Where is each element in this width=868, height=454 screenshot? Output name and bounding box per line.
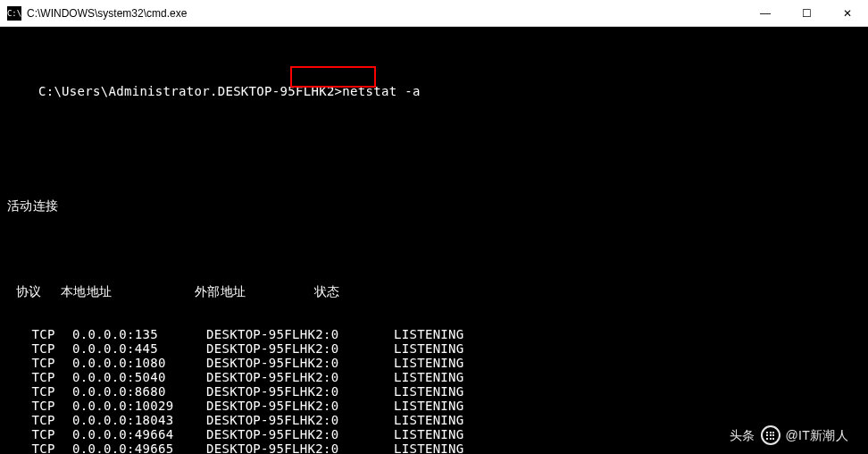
- table-row: TCP0.0.0.0:5040DESKTOP-95FLHK2:0LISTENIN…: [7, 370, 861, 384]
- watermark-logo-icon: [761, 425, 780, 445]
- table-row: TCP0.0.0.0:10029DESKTOP-95FLHK2:0LISTENI…: [7, 399, 861, 413]
- cell-proto: TCP: [7, 384, 41, 399]
- cell-local: 0.0.0.0:5040: [41, 370, 206, 384]
- table-row: TCP0.0.0.0:445DESKTOP-95FLHK2:0LISTENING: [7, 341, 861, 356]
- hdr-proto: 协议: [7, 284, 61, 298]
- cell-proto: TCP: [7, 356, 41, 370]
- cell-foreign: DESKTOP-95FLHK2:0: [206, 441, 394, 454]
- cell-local: 0.0.0.0:49664: [41, 427, 206, 441]
- cell-local: 0.0.0.0:10029: [41, 399, 206, 413]
- minimize-button[interactable]: —: [745, 0, 786, 27]
- hdr-state: 状态: [314, 284, 861, 298]
- cell-local: 0.0.0.0:445: [41, 341, 206, 356]
- cell-proto: TCP: [7, 327, 41, 341]
- watermark-site: 头条: [730, 428, 755, 442]
- command-text: netstat -a: [342, 84, 420, 98]
- cell-foreign: DESKTOP-95FLHK2:0: [206, 327, 394, 341]
- cell-proto: TCP: [7, 370, 41, 384]
- cell-proto: TCP: [7, 399, 41, 413]
- table-header: 协议 本地地址 外部地址 状态: [7, 284, 861, 298]
- maximize-button[interactable]: ☐: [786, 0, 827, 27]
- cell-foreign: DESKTOP-95FLHK2:0: [206, 413, 394, 427]
- table-row: TCP0.0.0.0:1080DESKTOP-95FLHK2:0LISTENIN…: [7, 356, 861, 370]
- cell-local: 0.0.0.0:8680: [41, 384, 206, 399]
- close-button[interactable]: ✕: [827, 0, 868, 27]
- watermark: 头条 @IT新潮人: [730, 425, 848, 445]
- cell-foreign: DESKTOP-95FLHK2:0: [206, 356, 394, 370]
- cell-local: 0.0.0.0:18043: [41, 413, 206, 427]
- cell-foreign: DESKTOP-95FLHK2:0: [206, 384, 394, 399]
- cell-state: LISTENING: [394, 384, 861, 399]
- cell-local: 0.0.0.0:49665: [41, 441, 206, 454]
- prompt-line: C:\Users\Administrator.DESKTOP-95FLHK2>n…: [7, 70, 861, 127]
- cell-proto: TCP: [7, 427, 41, 441]
- window-titlebar: C:\ C:\WINDOWS\system32\cmd.exe — ☐ ✕: [0, 0, 868, 27]
- console-area[interactable]: C:\Users\Administrator.DESKTOP-95FLHK2>n…: [0, 27, 868, 454]
- hdr-foreign: 外部地址: [195, 284, 314, 298]
- cell-foreign: DESKTOP-95FLHK2:0: [206, 427, 394, 441]
- cell-state: LISTENING: [394, 327, 861, 341]
- hdr-local: 本地地址: [61, 284, 195, 298]
- title-left: C:\ C:\WINDOWS\system32\cmd.exe: [0, 6, 187, 21]
- cell-state: LISTENING: [394, 356, 861, 370]
- watermark-author: @IT新潮人: [786, 428, 848, 442]
- cell-local: 0.0.0.0:1080: [41, 356, 206, 370]
- table-row: TCP0.0.0.0:135DESKTOP-95FLHK2:0LISTENING: [7, 327, 861, 341]
- section-title: 活动连接: [7, 198, 861, 213]
- window-controls: — ☐ ✕: [745, 0, 868, 27]
- cell-foreign: DESKTOP-95FLHK2:0: [206, 399, 394, 413]
- cell-proto: TCP: [7, 341, 41, 356]
- cell-state: LISTENING: [394, 370, 861, 384]
- table-row: TCP0.0.0.0:8680DESKTOP-95FLHK2:0LISTENIN…: [7, 384, 861, 399]
- window-title: C:\WINDOWS\system32\cmd.exe: [27, 7, 187, 20]
- cell-state: LISTENING: [394, 399, 861, 413]
- cell-proto: TCP: [7, 413, 41, 427]
- cell-state: LISTENING: [394, 341, 861, 356]
- prompt-text: C:\Users\Administrator.DESKTOP-95FLHK2>: [38, 84, 342, 98]
- cmd-icon: C:\: [7, 6, 21, 21]
- cell-proto: TCP: [7, 441, 41, 454]
- cell-foreign: DESKTOP-95FLHK2:0: [206, 341, 394, 356]
- cell-foreign: DESKTOP-95FLHK2:0: [206, 370, 394, 384]
- cell-local: 0.0.0.0:135: [41, 327, 206, 341]
